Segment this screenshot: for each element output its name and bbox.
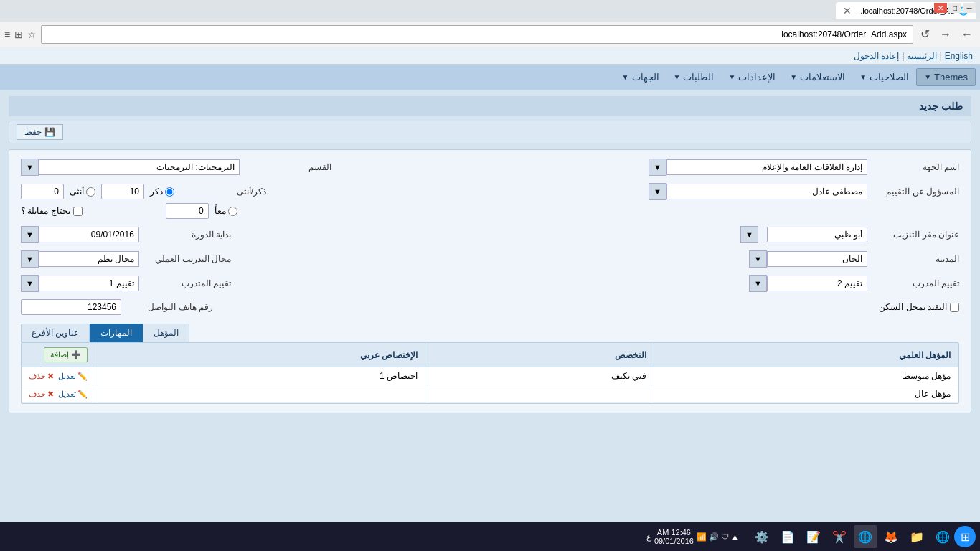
entity-name-group: ▼	[649, 159, 867, 176]
window-minimize-btn[interactable]: ─	[963, 3, 976, 13]
gender-male-radio[interactable]	[165, 187, 174, 197]
responsible-dropdown-btn[interactable]: ▼	[649, 183, 666, 200]
tab-qualification[interactable]: المؤهل	[143, 324, 189, 342]
row2-edit-label: تعديل	[58, 390, 76, 399]
edit-icon-1: ✏️	[77, 372, 88, 381]
nav-item-themes-label: Themes	[934, 72, 968, 83]
add-btn-label: إضافة	[50, 350, 69, 359]
row2-edit-btn[interactable]: ✏️ تعديل	[58, 390, 88, 399]
home-link[interactable]: الرئيسية	[907, 51, 937, 61]
section-dropdown-btn[interactable]: ▼	[21, 159, 39, 176]
add-row-button[interactable]: ➕ إضافة	[44, 347, 88, 362]
gender-male-option[interactable]: ذكر	[150, 187, 174, 197]
housing-label[interactable]: التقيد بمحل السكن	[879, 302, 959, 312]
table-row: مؤهل متوسط فني تكيف اختصاص 1 ✏️ تعديل	[22, 367, 958, 385]
entity-name-label: اسم الجهة	[873, 162, 959, 172]
gender-radio-group: ذكر أنثى	[21, 184, 174, 199]
extension-btn[interactable]: ⊞	[14, 29, 23, 40]
gender-female-option[interactable]: أنثى	[70, 187, 95, 197]
trainer-rating-dropdown-btn[interactable]: ▼	[749, 275, 767, 292]
row2-delete-label: حذف	[29, 390, 46, 399]
training-field-input[interactable]	[39, 251, 139, 267]
back-button[interactable]: ←	[958, 27, 976, 42]
trainer-rating-input[interactable]	[767, 276, 867, 291]
tab-close-btn[interactable]: ✕	[843, 5, 852, 17]
row1-edit-btn[interactable]: ✏️ تعديل	[58, 372, 88, 381]
row2-specialty	[425, 385, 654, 403]
row1-edit-label: تعديل	[58, 372, 76, 381]
nav-item-themes[interactable]: ▼ Themes	[916, 68, 976, 86]
gender-female-radio[interactable]	[86, 187, 95, 197]
gender-both-label: معاً	[215, 206, 226, 216]
gender-both-option[interactable]: معاً	[215, 206, 237, 216]
page-title: طلب جديد	[9, 96, 971, 116]
plus-icon: ➕	[71, 350, 81, 359]
city-input[interactable]	[767, 251, 867, 267]
interview-checkbox[interactable]	[73, 207, 83, 216]
gender-both-radio[interactable]	[228, 207, 237, 216]
tabs-container: المؤهل المهارات عناوين الأفرع	[21, 324, 959, 342]
trainee-rating-input[interactable]	[39, 276, 139, 291]
tab-branches[interactable]: عناوين الأفرع	[21, 324, 90, 342]
nav-item-orders[interactable]: ▼ الطلبات	[666, 67, 722, 87]
nav-item-permissions[interactable]: ▼ الصلاحيات	[852, 67, 916, 87]
training-address-dropdown-btn[interactable]: ▼	[740, 226, 758, 243]
save-icon: 💾	[44, 127, 55, 137]
bookmark-btn[interactable]: ☆	[27, 29, 37, 40]
menu-btn[interactable]: ≡	[4, 29, 10, 40]
separator2: |	[899, 50, 904, 61]
delete-icon-2: ✖	[47, 390, 54, 399]
section-input[interactable]	[39, 159, 240, 175]
date-group: ▼	[21, 226, 139, 243]
entity-name-dropdown-btn[interactable]: ▼	[649, 159, 666, 176]
nav-item-queries[interactable]: ▼ الاستعلامات	[783, 67, 852, 87]
url-bar[interactable]	[41, 25, 913, 44]
nav-item-settings[interactable]: ▼ الإعدادات	[721, 67, 783, 87]
responsible-input[interactable]	[666, 184, 867, 199]
nav-dropdown-arrow-queries: ▼	[790, 73, 797, 81]
relogin-link[interactable]: إعادة الدخول	[854, 51, 899, 61]
section-group: ▼	[21, 159, 240, 176]
english-link[interactable]: English	[945, 51, 973, 61]
window-close-btn[interactable]: ✕	[934, 3, 947, 13]
th-arabic-specialty: الإختصاص عربي	[95, 343, 425, 367]
row2-qualification: مؤهل عال	[654, 385, 958, 403]
row2-delete-btn[interactable]: ✖ حذف	[29, 390, 54, 399]
trainee-rating-label: تقييم المتدرب	[145, 278, 231, 288]
row1-specialty: فني تكيف	[425, 367, 654, 385]
trainee-rating-dropdown-btn[interactable]: ▼	[21, 275, 39, 292]
gender-both-group: معاً	[166, 203, 237, 219]
row1-qualification: مؤهل متوسط	[654, 367, 958, 385]
date-input[interactable]	[39, 227, 139, 242]
entity-name-input[interactable]	[666, 159, 867, 175]
housing-checkbox[interactable]	[950, 303, 959, 312]
female-count-input[interactable]	[21, 184, 64, 199]
window-maximize-btn[interactable]: □	[948, 3, 961, 13]
nav-dropdown-arrow-themes: ▼	[924, 73, 931, 81]
trainee-rating-group: ▼	[21, 275, 139, 292]
contact-phone-input[interactable]	[21, 299, 121, 315]
interview-label[interactable]: يحتاج مقابلة ؟	[21, 206, 83, 216]
table-row: مؤهل عال ✏️ تعديل	[22, 385, 958, 403]
save-button[interactable]: 💾 حفظ	[17, 124, 63, 140]
forward-button[interactable]: →	[937, 27, 954, 42]
tab-skills[interactable]: المهارات	[90, 324, 143, 342]
nav-item-permissions-label: الصلاحيات	[870, 72, 909, 83]
gender-female-label: أنثى	[70, 187, 84, 197]
save-label: حفظ	[24, 127, 42, 137]
both-count-input[interactable]	[166, 203, 209, 219]
training-field-dropdown-btn[interactable]: ▼	[21, 250, 39, 268]
refresh-button[interactable]: ↺	[918, 26, 933, 42]
city-label: المدينة	[873, 254, 959, 264]
nav-item-orders-label: الطلبات	[683, 72, 714, 83]
training-address-input[interactable]	[767, 227, 867, 242]
page-title-text: طلب جديد	[919, 100, 963, 112]
male-count-input[interactable]	[101, 184, 144, 199]
interview-text: يحتاج مقابلة ؟	[21, 206, 70, 216]
section-label: القسم	[245, 162, 331, 172]
city-dropdown-btn[interactable]: ▼	[749, 250, 767, 268]
row1-delete-btn[interactable]: ✖ حذف	[29, 372, 54, 381]
th-actions: ➕ إضافة	[22, 343, 95, 367]
nav-item-entities[interactable]: ▼ الجهات	[615, 67, 666, 87]
date-dropdown-btn[interactable]: ▼	[21, 226, 39, 243]
